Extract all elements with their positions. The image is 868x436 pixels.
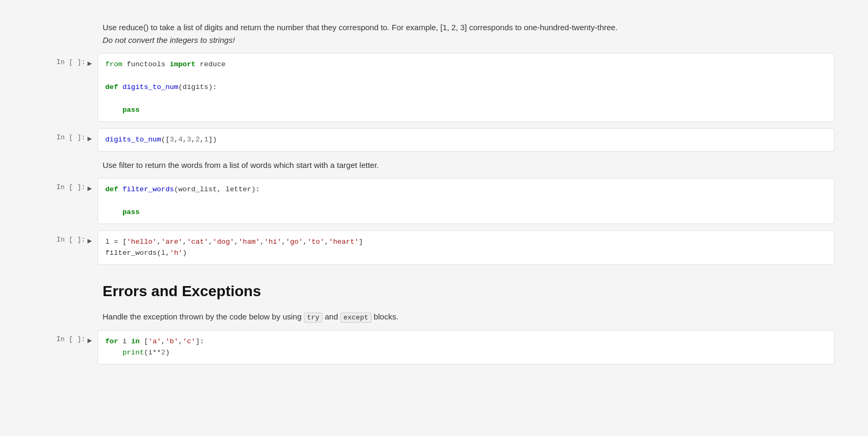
code-except: except <box>340 313 372 323</box>
description-3-after: blocks. <box>372 312 399 321</box>
cell-2-row: In [ ]: ▶ digits_to_num([3,4,3,2,1]) <box>34 128 835 152</box>
cell-4-label: In [ ]: ▶ <box>34 230 98 265</box>
cell-5-code[interactable]: for i in ['a','b','c']: print(i**2) <box>98 330 835 364</box>
cell-4-run-icon[interactable]: ▶ <box>87 236 92 245</box>
cell-2-run-icon[interactable]: ▶ <box>87 134 92 143</box>
cell-3-label: In [ ]: ▶ <box>34 178 98 224</box>
cell-5-label-text: In [ ]: <box>56 335 85 343</box>
section-heading-text: Errors and Exceptions <box>103 283 261 299</box>
description-3: Handle the exception thrown by the code … <box>34 305 835 330</box>
code-try: try <box>304 313 322 323</box>
description-1-line1: Use reduce() to take a list of digits an… <box>103 23 618 32</box>
description-2-text: Use filter to return the words from a li… <box>103 161 379 170</box>
cell-2-label: In [ ]: ▶ <box>34 128 98 152</box>
description-3-middle: and <box>322 312 340 321</box>
cell-1-run-icon[interactable]: ▶ <box>87 59 92 68</box>
cell-5-label: In [ ]: ▶ <box>34 330 98 364</box>
cell-4-row: In [ ]: ▶ l = ['hello','are','cat','dog'… <box>34 230 835 265</box>
cell-1-label: In [ ]: ▶ <box>34 53 98 122</box>
cell-2-label-text: In [ ]: <box>56 134 85 141</box>
cell-3-run-icon[interactable]: ▶ <box>87 184 92 193</box>
cell-4-label-text: In [ ]: <box>56 236 85 244</box>
cell-5-run-icon[interactable]: ▶ <box>87 336 92 345</box>
description-1: Use reduce() to take a list of digits an… <box>34 16 835 53</box>
cell-2-code[interactable]: digits_to_num([3,4,3,2,1]) <box>98 128 835 152</box>
description-2: Use filter to return the words from a li… <box>34 154 835 178</box>
notebook: Use reduce() to take a list of digits an… <box>23 16 845 364</box>
cell-5-row: In [ ]: ▶ for i in ['a','b','c']: print(… <box>34 330 835 364</box>
cell-1-row: In [ ]: ▶ from functools import reduce d… <box>34 53 835 122</box>
cell-4-code[interactable]: l = ['hello','are','cat','dog','ham','hi… <box>98 230 835 265</box>
description-1-line2: Do not convert the integers to strings! <box>103 35 235 45</box>
cell-1-label-text: In [ ]: <box>56 58 85 66</box>
cell-1-code[interactable]: from functools import reduce def digits_… <box>98 53 835 122</box>
cell-3-label-text: In [ ]: <box>56 183 85 191</box>
section-heading-errors: Errors and Exceptions <box>34 267 835 305</box>
cell-3-row: In [ ]: ▶ def filter_words(word_list, le… <box>34 178 835 224</box>
cell-3-code[interactable]: def filter_words(word_list, letter): pas… <box>98 178 835 224</box>
description-3-before: Handle the exception thrown by the code … <box>103 312 304 321</box>
